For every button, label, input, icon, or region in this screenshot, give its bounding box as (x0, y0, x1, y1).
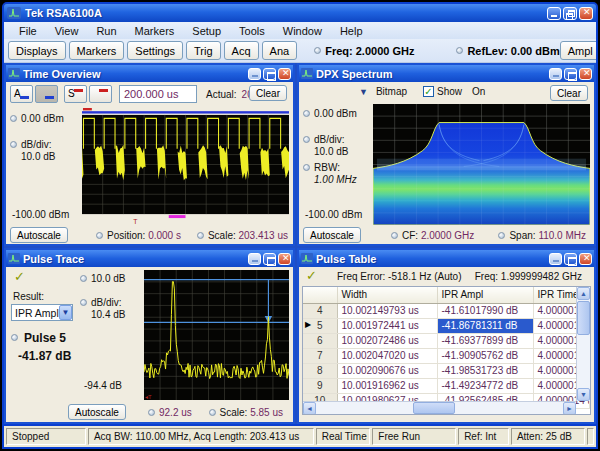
settings-button[interactable]: Settings (127, 41, 183, 60)
col-header-rownum[interactable] (303, 287, 337, 303)
horizontal-scrollbar[interactable]: ◄ ► (303, 401, 576, 414)
acq-button[interactable]: Acq (224, 41, 259, 60)
table-row[interactable]: ▶510.001972441 us-41.86781311 dB4.000001… (303, 318, 590, 333)
trig-button[interactable]: Trig (186, 41, 221, 60)
vertical-scroll-thumb[interactable] (577, 301, 590, 335)
menu-window[interactable]: Window (274, 24, 331, 38)
horizontal-scroll-thumb[interactable] (413, 402, 455, 414)
avg-trace-button[interactable]: A (10, 85, 33, 103)
displays-button[interactable]: Displays (8, 41, 66, 60)
scale-label[interactable]: Scale: (220, 407, 248, 418)
col-header-ipr-ampl[interactable]: IPR Ampl (437, 287, 533, 303)
restore-button[interactable] (563, 7, 577, 20)
on-label[interactable]: On (472, 86, 485, 97)
close-button[interactable] (579, 7, 593, 20)
ampl-button[interactable]: Ampl (560, 41, 598, 60)
maximize-button[interactable] (263, 253, 276, 265)
time-overview-titlebar[interactable]: Time Overview (6, 65, 293, 82)
scroll-right-icon[interactable]: ► (563, 402, 576, 415)
pulse-trace-plot[interactable]: ◂T (144, 270, 289, 400)
show-checkbox[interactable]: ✓ (423, 86, 434, 97)
close-button[interactable] (278, 68, 291, 80)
trace-type-label[interactable]: Bitmap (376, 86, 407, 97)
table-row[interactable]: 610.002072486 us-41.69377899 dB4.0000014… (303, 333, 590, 348)
minimize-button[interactable] (549, 68, 562, 80)
freq-readout: Freq: 1.999999482 GHz (475, 271, 582, 282)
freq-value[interactable]: 2.0000 GHz (356, 45, 415, 57)
length-input[interactable] (119, 85, 197, 103)
trace2-button[interactable] (35, 85, 58, 103)
minimize-button[interactable] (248, 68, 261, 80)
bottom-db-label: -100.00 dBm (12, 209, 69, 220)
top-db-label[interactable]: 0.00 dBm (21, 113, 64, 124)
status-ref: Ref: Int (458, 428, 509, 445)
rbw-label[interactable]: RBW: (314, 162, 340, 173)
result-select[interactable]: IPR Ampl ▼ (11, 304, 73, 321)
menu-markers[interactable]: Markers (126, 24, 184, 38)
menu-view[interactable]: View (46, 24, 88, 38)
close-button[interactable] (579, 253, 592, 265)
dbdiv-value: 10.0 dB (21, 151, 55, 162)
top-db-label[interactable]: 10.0 dB (91, 273, 125, 284)
reflev-value[interactable]: 0.00 dBm (511, 45, 560, 57)
top-db-knob-icon (10, 115, 17, 122)
cf-label[interactable]: CF: (402, 230, 418, 241)
top-db-label[interactable]: 0.00 dBm (314, 108, 357, 119)
minimize-button[interactable] (248, 253, 261, 265)
vertical-scrollbar[interactable]: ▲ ▼ (576, 287, 590, 401)
time-overview-plot[interactable]: T (82, 108, 289, 225)
dpx-bitmap-plot[interactable] (373, 104, 590, 225)
trigger-marker[interactable]: ◂T (145, 394, 152, 400)
selection-marker[interactable] (169, 215, 186, 218)
chevron-down-icon: ▼ (59, 305, 72, 320)
scroll-up-icon[interactable]: ▲ (577, 287, 590, 300)
table-row[interactable]: 910.001916962 us-41.49234772 dB4.0000014… (303, 378, 590, 393)
panel-title: DPX Spectrum (316, 68, 547, 80)
pulse-number-label[interactable]: Pulse 5 (24, 331, 66, 345)
spectrum-length-button[interactable]: S (64, 85, 87, 103)
autoscale-button[interactable]: Autoscale (10, 227, 68, 243)
close-button[interactable] (278, 253, 291, 265)
maximize-button[interactable] (564, 253, 577, 265)
scroll-down-icon[interactable]: ▼ (577, 388, 590, 401)
table-row[interactable]: 710.002047020 us-41.90905762 dB4.0000014… (303, 348, 590, 363)
close-button[interactable] (579, 68, 592, 80)
maximize-button[interactable] (564, 68, 577, 80)
analysis-length-button[interactable] (89, 85, 112, 103)
pulse-table-body: 410.002149793 us-41.61017990 dB4.0000014… (303, 303, 590, 408)
menu-setup[interactable]: Setup (183, 24, 230, 38)
rbw-knob-icon (303, 164, 310, 171)
table-row[interactable]: 810.002090676 us-41.98531723 dB4.0000014… (303, 363, 590, 378)
scale-label[interactable]: Scale: (208, 230, 236, 241)
dbdiv-label[interactable]: dB/div: (91, 297, 122, 308)
clear-button[interactable]: Clear (249, 85, 287, 101)
trace-dropdown-icon[interactable]: ▼ (359, 87, 368, 97)
menu-run[interactable]: Run (87, 24, 125, 38)
minimize-button[interactable] (547, 7, 561, 20)
dbdiv-label[interactable]: dB/div: (314, 134, 345, 145)
pulse-trace-titlebar[interactable]: Pulse Trace (6, 250, 293, 267)
maximize-button[interactable] (263, 68, 276, 80)
scroll-left-icon[interactable]: ◄ (303, 402, 316, 415)
autoscale-button[interactable]: Autoscale (68, 404, 126, 420)
dbdiv-label[interactable]: dB/div: (21, 139, 52, 150)
panel-icon (8, 68, 20, 79)
col-header-width[interactable]: Width (337, 287, 437, 303)
minimize-button[interactable] (549, 253, 562, 265)
ana-button[interactable]: Ana (262, 41, 298, 60)
markers-button[interactable]: Markers (69, 41, 125, 60)
pulse-table-titlebar[interactable]: Pulse Table (299, 250, 594, 267)
span-label[interactable]: Span: (509, 230, 535, 241)
table-row[interactable]: 410.002149793 us-41.61017990 dB4.0000014… (303, 303, 590, 318)
menu-file[interactable]: File (10, 24, 46, 38)
menu-tools[interactable]: Tools (230, 24, 274, 38)
clear-button[interactable]: Clear (550, 85, 588, 101)
menu-bar: File View Run Markers Setup Tools Window… (4, 22, 596, 39)
dpx-titlebar[interactable]: DPX Spectrum (299, 65, 594, 82)
menu-help[interactable]: Help (331, 24, 372, 38)
title-bar[interactable]: Tek RSA6100A (4, 4, 596, 22)
position-value[interactable]: 92.2 us (159, 407, 192, 418)
position-label[interactable]: Position: (107, 230, 145, 241)
autoscale-button[interactable]: Autoscale (303, 227, 361, 243)
trigger-marker[interactable]: T (133, 218, 138, 225)
